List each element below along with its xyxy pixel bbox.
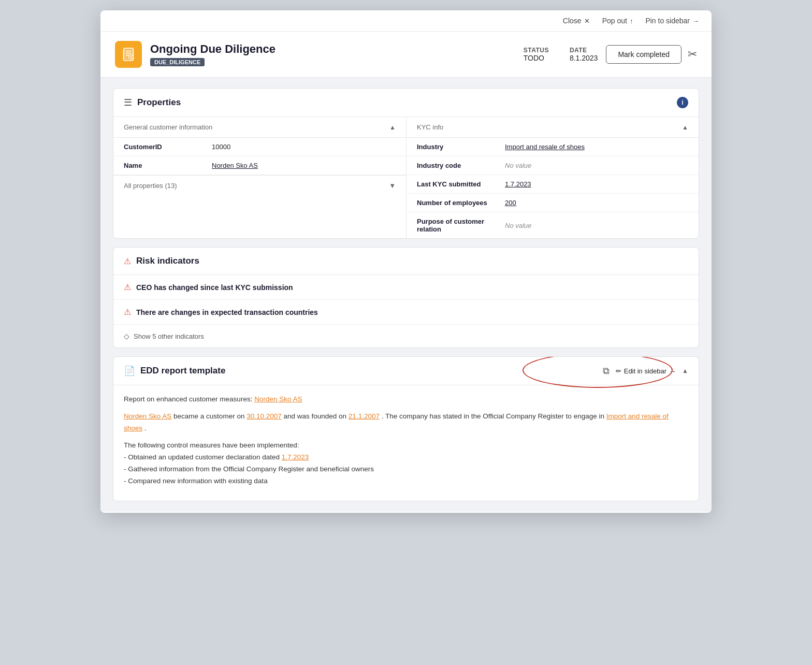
employees-label: Number of employees (417, 199, 505, 207)
general-chevron-up-icon: ▲ (389, 124, 396, 131)
close-button[interactable]: Close ✕ (563, 17, 590, 25)
industry-value[interactable]: Import and resale of shoes (505, 143, 585, 151)
properties-card: ☰ Properties i General customer informat… (113, 88, 699, 239)
purpose-label: Purpose of customer relation (417, 218, 505, 233)
general-info-section: General customer information ▲ CustomerI… (113, 117, 406, 238)
customer-id-row: CustomerID 10000 (113, 138, 406, 156)
pin-label: Pin to sidebar (645, 17, 690, 25)
measure-3: - Compared new information with existing… (124, 477, 268, 485)
date1-link[interactable]: 30.10.2007 (247, 412, 282, 420)
industry-code-row: Industry code No value (407, 156, 699, 175)
status-value: TODO (524, 54, 549, 62)
purpose-value: No value (505, 222, 531, 229)
all-properties-row[interactable]: All properties (13) ▼ (113, 175, 406, 196)
risk-text-1: CEO has changed since last KYC submissio… (136, 283, 293, 292)
edd-collapse-icon[interactable]: ▲ (682, 367, 688, 374)
list-icon: ☰ (124, 97, 132, 108)
copy-button[interactable]: ⧉ (603, 366, 610, 377)
close-icon: ✕ (584, 17, 590, 25)
general-info-header[interactable]: General customer information ▲ (113, 117, 406, 138)
properties-body: General customer information ▲ CustomerI… (113, 117, 699, 238)
popout-button[interactable]: Pop out ↑ (602, 17, 633, 25)
edd-title: EDD report template (140, 366, 598, 376)
kyc-submitted-label: Last KYC submitted (417, 180, 505, 188)
risk-warning-icon-1: ⚠ (124, 282, 131, 292)
kyc-info-section: KYC info ▲ Industry Import and resale of… (406, 117, 699, 238)
industry-code-value: No value (505, 162, 531, 169)
name-value[interactable]: Norden Sko AS (212, 162, 258, 169)
risk-warning-icon-2: ⚠ (124, 307, 131, 317)
kyc-info-header[interactable]: KYC info ▲ (407, 117, 699, 138)
purpose-row: Purpose of customer relation No value (407, 212, 699, 238)
document-icon: 📄 (124, 365, 135, 377)
info-icon[interactable]: i (677, 97, 688, 108)
warning-triangle-icon: ⚠ (124, 256, 131, 266)
due-diligence-icon (115, 41, 142, 68)
modal-header: Ongoing Due Diligence DUE_DILIGENCE Stat… (100, 32, 712, 78)
kyc-chevron-up-icon: ▲ (682, 124, 688, 131)
risk-title: Risk indicators (136, 256, 688, 266)
edd-main-paragraph: Norden Sko AS became a customer on 30.10… (124, 411, 688, 435)
all-properties-label: All properties (13) (124, 182, 177, 190)
measure-date-link[interactable]: 1.7.2023 (282, 453, 309, 461)
name-label: Name (124, 162, 212, 169)
edd-company-link[interactable]: Norden Sko AS (254, 395, 302, 403)
edd-report-card: 📄 EDD report template ⧉ ✏ Edit in sideba… (113, 356, 699, 501)
period-text: . (144, 424, 147, 432)
risk-item-2: ⚠ There are changes in expected transact… (113, 300, 699, 325)
customer-id-value: 10000 (212, 143, 230, 151)
scissors-icon: ✂ (688, 48, 697, 61)
edd-card-header: 📄 EDD report template ⧉ ✏ Edit in sideba… (113, 357, 699, 385)
top-bar: Close ✕ Pop out ↑ Pin to sidebar → (100, 10, 712, 32)
measure-2: - Gathered information from the Official… (124, 465, 374, 473)
risk-item-1: ⚠ CEO has changed since last KYC submiss… (113, 275, 699, 300)
date-label: Date (570, 47, 598, 54)
general-info-title: General customer information (124, 123, 212, 131)
edd-body: Report on enhanced customer measures: No… (113, 385, 699, 501)
pin-icon: → (692, 17, 699, 25)
arrow-right-icon: → (669, 367, 676, 375)
edit-in-sidebar-button[interactable]: ✏ Edit in sidebar → (616, 367, 676, 375)
header-meta: Status TODO Date 8.1.2023 (524, 47, 598, 62)
popout-icon: ↑ (630, 17, 633, 25)
risk-card-header: ⚠ Risk indicators (113, 248, 699, 274)
employees-value[interactable]: 200 (505, 199, 516, 207)
diamond-icon: ◇ (124, 332, 129, 340)
measure-1: - Obtained an updated customer declarati… (124, 453, 282, 461)
content-area: ☰ Properties i General customer informat… (100, 78, 712, 512)
edd-intro-paragraph: Report on enhanced customer measures: No… (124, 394, 688, 406)
pencil-icon: ✏ (616, 367, 621, 375)
measures-intro: The following control measures have been… (124, 441, 299, 449)
industry-row: Industry Import and resale of shoes (407, 138, 699, 156)
show-more-indicators[interactable]: ◇ Show 5 other indicators (113, 325, 699, 348)
date-item: Date 8.1.2023 (570, 47, 598, 62)
status-label: Status (524, 47, 549, 54)
risk-body: ⚠ CEO has changed since last KYC submiss… (113, 274, 699, 348)
risk-text-2: There are changes in expected transactio… (136, 308, 318, 316)
page-title: Ongoing Due Diligence (150, 42, 505, 56)
properties-title: Properties (137, 97, 672, 108)
edit-label: Edit in sidebar (624, 367, 666, 375)
name-row: Name Norden Sko AS (113, 156, 406, 175)
pin-button[interactable]: Pin to sidebar → (645, 17, 699, 25)
header-actions: Mark completed ✂ (606, 45, 697, 64)
close-label: Close (563, 17, 582, 25)
industry-label: Industry (417, 143, 505, 151)
register-text: . The company has stated in the Official… (382, 412, 606, 420)
popout-label: Pop out (602, 17, 627, 25)
risk-indicators-card: ⚠ Risk indicators ⚠ CEO has changed sinc… (113, 247, 699, 348)
date-value: 8.1.2023 (570, 54, 598, 62)
kyc-submitted-value[interactable]: 1.7.2023 (505, 180, 531, 188)
company-name-link[interactable]: Norden Sko AS (124, 412, 171, 420)
kyc-submitted-row: Last KYC submitted 1.7.2023 (407, 175, 699, 194)
founded-text: and was founded on (284, 412, 349, 420)
type-badge: DUE_DILIGENCE (150, 58, 205, 66)
edd-intro-text: Report on enhanced customer measures: (124, 395, 252, 403)
measures-paragraph: The following control measures have been… (124, 440, 688, 487)
mark-completed-button[interactable]: Mark completed (606, 45, 682, 64)
copy-icon: ⧉ (603, 366, 610, 376)
date2-link[interactable]: 21.1.2007 (349, 412, 380, 420)
properties-card-header: ☰ Properties i (113, 89, 699, 117)
status-item: Status TODO (524, 47, 549, 62)
scissors-button[interactable]: ✂ (688, 48, 697, 61)
